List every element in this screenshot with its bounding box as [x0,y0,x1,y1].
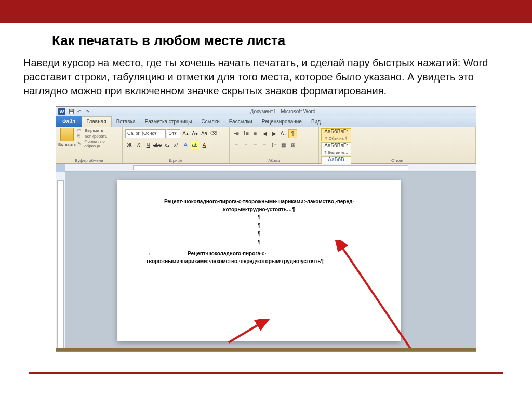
paste-icon [60,128,74,141]
numbering-button[interactable]: 1≡ [242,129,250,138]
increase-indent-button[interactable]: ▶ [270,129,278,138]
clipboard-label: Буфер обмена [56,158,122,163]
brush-icon: ✎ [77,141,83,146]
highlight-button[interactable]: ab [191,141,199,149]
font-color-button[interactable]: A [200,141,208,149]
bullets-button[interactable]: •≡ [232,129,241,138]
ribbon: Вставить ✂Вырезать ⎘Копировать ✎Формат п… [56,127,476,164]
bottom-red-line [29,372,503,374]
font-label: Шрифт [123,158,229,163]
doc-pilcrow: ¶ [146,230,372,238]
multilevel-button[interactable]: ≡ [251,129,260,138]
sort-button[interactable]: A↓ [279,129,288,138]
font-size-select[interactable]: 14 ▾ [167,129,180,138]
word-app-icon: W [58,108,65,115]
show-hide-marks-button[interactable]: ¶ [288,129,297,138]
paste-label: Вставить [58,142,76,147]
horizontal-ruler[interactable] [65,164,476,172]
clipboard-group: Вставить ✂Вырезать ⎘Копировать ✎Формат п… [56,127,123,163]
line-spacing-button[interactable]: ‡≡ [270,141,278,149]
style-no-spacing[interactable]: АаБбВвГг ¶ Без инте... [321,142,351,155]
doc-text-line4: творожными·шариками:·лакомство,·перед·ко… [146,257,372,265]
font-name-select[interactable]: Calibri (Осно ▾ [125,129,166,138]
align-right-button[interactable]: ≡ [251,141,260,149]
doc-pilcrow: ¶ [146,238,372,246]
scissors-icon: ✂ [77,128,84,133]
word-titlebar: W 💾 ↶ ↷ Документ1 - Microsoft Word [56,107,476,116]
font-group: Calibri (Осно ▾ 14 ▾ A▴ A▾ Aa ⌫ Ж К Ч ab… [123,127,230,163]
subscript-button[interactable]: x₂ [163,141,171,149]
paragraph-label: Абзац [230,158,318,163]
doc-pilcrow: ¶ [146,213,372,222]
copy-icon: ⎘ [77,133,84,139]
save-icon[interactable]: 💾 [68,108,75,115]
vertical-ruler[interactable] [56,172,65,348]
clear-formatting-button[interactable]: ⌫ [209,129,218,138]
redo-icon[interactable]: ↷ [84,108,91,115]
doc-text-line3: →Рецепт·шоколадного·пирога·с· [146,250,372,257]
text-effects-button[interactable]: A [181,141,190,149]
bold-button[interactable]: Ж [125,141,134,149]
slide-title: Как печатать в любом месте листа [52,33,509,49]
borders-button[interactable]: ⊞ [288,141,297,149]
styles-group: АаБбВвГг ¶ Обычный АаБбВвГг ¶ Без инте..… [319,127,476,163]
cut-button[interactable]: ✂Вырезать [77,128,119,133]
align-left-button[interactable]: ≡ [232,141,241,149]
tab-file[interactable]: Файл [56,116,82,127]
italic-button[interactable]: К [135,141,143,149]
ribbon-tabs: Файл Главная Вставка Разметка страницы С… [56,116,476,127]
tab-arrow-icon: → [146,250,188,257]
tab-layout[interactable]: Разметка страницы [140,116,197,127]
decrease-indent-button[interactable]: ◀ [260,129,269,138]
superscript-button[interactable]: x² [172,141,180,149]
slide-description: Наведи курсор на место, где ты хочешь на… [23,56,509,98]
align-center-button[interactable]: ≡ [242,141,250,149]
shrink-font-button[interactable]: A▾ [191,129,199,138]
style-normal[interactable]: АаБбВвГг ¶ Обычный [321,128,351,141]
tab-references[interactable]: Ссылки [197,116,224,127]
grow-font-button[interactable]: A▴ [181,129,190,138]
document-page[interactable]: Рецепт·шоколадного·пирога·с·творожными·ш… [117,180,401,341]
strike-button[interactable]: abc [153,141,162,149]
tab-view[interactable]: Вид [307,116,325,127]
change-case-button[interactable]: Aa [200,129,208,138]
copy-button[interactable]: ⎘Копировать [77,133,119,139]
tab-insert[interactable]: Вставка [112,116,140,127]
content-area: Как печатать в любом месте листа Наведи … [0,23,532,352]
screenshot-bottom-bar [56,348,476,351]
word-screenshot: W 💾 ↶ ↷ Документ1 - Microsoft Word Файл … [56,106,476,352]
doc-pilcrow: ¶ [146,222,372,230]
styles-label: Стили [319,158,475,163]
tab-review[interactable]: Рецензирование [257,116,307,127]
paste-button[interactable]: Вставить [59,128,75,154]
doc-text-line1: Рецепт·шоколадного·пирога·с·творожными·ш… [146,198,372,205]
screenshot-container: W 💾 ↶ ↷ Документ1 - Microsoft Word Файл … [23,106,509,352]
document-title: Документ1 - Microsoft Word [92,108,474,114]
shading-button[interactable]: ▦ [279,141,288,149]
justify-button[interactable]: ≡ [260,141,269,149]
paragraph-group: •≡ 1≡ ≡ ◀ ▶ A↓ ¶ ≡ ≡ ≡ ≡ ‡≡ ▦ [230,127,319,163]
document-area: Рецепт·шоколадного·пирога·с·творожными·ш… [56,172,476,348]
tab-home[interactable]: Главная [82,116,112,127]
underline-button[interactable]: Ч [144,141,152,149]
format-painter-button[interactable]: ✎Формат по образцу [77,139,119,148]
top-red-bar [0,0,532,23]
tab-mailings[interactable]: Рассылки [224,116,257,127]
undo-icon[interactable]: ↶ [76,108,83,115]
doc-text-line2: которым·трудно·устоять…¶ [146,205,372,213]
